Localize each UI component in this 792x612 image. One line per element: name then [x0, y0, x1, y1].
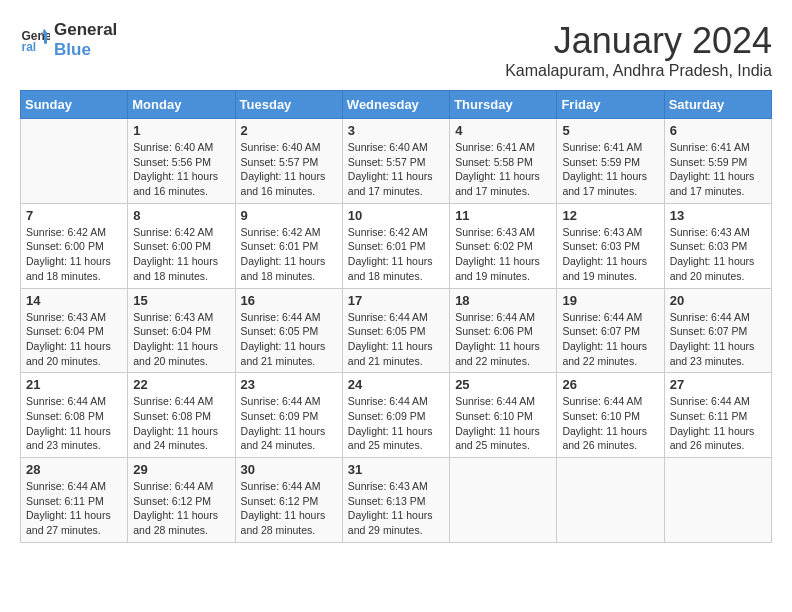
- day-number: 30: [241, 462, 337, 477]
- day-info: Sunrise: 6:44 AMSunset: 6:06 PMDaylight:…: [455, 310, 551, 369]
- logo: Gene ral General Blue: [20, 20, 117, 61]
- month-title: January 2024: [505, 20, 772, 62]
- day-number: 4: [455, 123, 551, 138]
- calendar-cell: 9Sunrise: 6:42 AMSunset: 6:01 PMDaylight…: [235, 203, 342, 288]
- calendar-cell: 10Sunrise: 6:42 AMSunset: 6:01 PMDayligh…: [342, 203, 449, 288]
- day-info: Sunrise: 6:44 AMSunset: 6:05 PMDaylight:…: [241, 310, 337, 369]
- day-number: 20: [670, 293, 766, 308]
- day-info: Sunrise: 6:43 AMSunset: 6:04 PMDaylight:…: [133, 310, 229, 369]
- calendar-week-row: 28Sunrise: 6:44 AMSunset: 6:11 PMDayligh…: [21, 458, 772, 543]
- calendar-cell: 25Sunrise: 6:44 AMSunset: 6:10 PMDayligh…: [450, 373, 557, 458]
- calendar-cell: 7Sunrise: 6:42 AMSunset: 6:00 PMDaylight…: [21, 203, 128, 288]
- day-number: 13: [670, 208, 766, 223]
- day-number: 3: [348, 123, 444, 138]
- day-number: 10: [348, 208, 444, 223]
- day-number: 11: [455, 208, 551, 223]
- day-number: 23: [241, 377, 337, 392]
- day-info: Sunrise: 6:43 AMSunset: 6:02 PMDaylight:…: [455, 225, 551, 284]
- calendar-cell: 26Sunrise: 6:44 AMSunset: 6:10 PMDayligh…: [557, 373, 664, 458]
- calendar-cell: [21, 119, 128, 204]
- calendar-week-row: 7Sunrise: 6:42 AMSunset: 6:00 PMDaylight…: [21, 203, 772, 288]
- calendar-cell: 19Sunrise: 6:44 AMSunset: 6:07 PMDayligh…: [557, 288, 664, 373]
- calendar-week-row: 14Sunrise: 6:43 AMSunset: 6:04 PMDayligh…: [21, 288, 772, 373]
- title-area: January 2024 Kamalapuram, Andhra Pradesh…: [505, 20, 772, 80]
- calendar-cell: [450, 458, 557, 543]
- day-number: 16: [241, 293, 337, 308]
- day-info: Sunrise: 6:41 AMSunset: 5:58 PMDaylight:…: [455, 140, 551, 199]
- day-info: Sunrise: 6:44 AMSunset: 6:07 PMDaylight:…: [670, 310, 766, 369]
- day-header-tuesday: Tuesday: [235, 91, 342, 119]
- day-number: 12: [562, 208, 658, 223]
- day-info: Sunrise: 6:44 AMSunset: 6:05 PMDaylight:…: [348, 310, 444, 369]
- day-header-thursday: Thursday: [450, 91, 557, 119]
- calendar-cell: 20Sunrise: 6:44 AMSunset: 6:07 PMDayligh…: [664, 288, 771, 373]
- day-info: Sunrise: 6:42 AMSunset: 6:00 PMDaylight:…: [26, 225, 122, 284]
- calendar-cell: 16Sunrise: 6:44 AMSunset: 6:05 PMDayligh…: [235, 288, 342, 373]
- calendar-cell: 1Sunrise: 6:40 AMSunset: 5:56 PMDaylight…: [128, 119, 235, 204]
- calendar-cell: 11Sunrise: 6:43 AMSunset: 6:02 PMDayligh…: [450, 203, 557, 288]
- calendar-cell: 31Sunrise: 6:43 AMSunset: 6:13 PMDayligh…: [342, 458, 449, 543]
- day-info: Sunrise: 6:42 AMSunset: 6:01 PMDaylight:…: [348, 225, 444, 284]
- calendar-cell: 12Sunrise: 6:43 AMSunset: 6:03 PMDayligh…: [557, 203, 664, 288]
- day-number: 17: [348, 293, 444, 308]
- logo-text-line1: General: [54, 20, 117, 40]
- day-number: 27: [670, 377, 766, 392]
- day-number: 2: [241, 123, 337, 138]
- day-info: Sunrise: 6:40 AMSunset: 5:57 PMDaylight:…: [348, 140, 444, 199]
- day-info: Sunrise: 6:44 AMSunset: 6:12 PMDaylight:…: [133, 479, 229, 538]
- calendar-cell: [557, 458, 664, 543]
- location-subtitle: Kamalapuram, Andhra Pradesh, India: [505, 62, 772, 80]
- day-info: Sunrise: 6:41 AMSunset: 5:59 PMDaylight:…: [670, 140, 766, 199]
- calendar-header-row: SundayMondayTuesdayWednesdayThursdayFrid…: [21, 91, 772, 119]
- calendar-cell: 30Sunrise: 6:44 AMSunset: 6:12 PMDayligh…: [235, 458, 342, 543]
- calendar-cell: 8Sunrise: 6:42 AMSunset: 6:00 PMDaylight…: [128, 203, 235, 288]
- calendar-week-row: 1Sunrise: 6:40 AMSunset: 5:56 PMDaylight…: [21, 119, 772, 204]
- calendar-cell: 5Sunrise: 6:41 AMSunset: 5:59 PMDaylight…: [557, 119, 664, 204]
- day-header-sunday: Sunday: [21, 91, 128, 119]
- day-number: 6: [670, 123, 766, 138]
- day-number: 24: [348, 377, 444, 392]
- day-number: 5: [562, 123, 658, 138]
- calendar-cell: 23Sunrise: 6:44 AMSunset: 6:09 PMDayligh…: [235, 373, 342, 458]
- day-number: 31: [348, 462, 444, 477]
- calendar-cell: 17Sunrise: 6:44 AMSunset: 6:05 PMDayligh…: [342, 288, 449, 373]
- day-header-monday: Monday: [128, 91, 235, 119]
- day-info: Sunrise: 6:44 AMSunset: 6:08 PMDaylight:…: [133, 394, 229, 453]
- day-info: Sunrise: 6:40 AMSunset: 5:57 PMDaylight:…: [241, 140, 337, 199]
- logo-text-line2: Blue: [54, 40, 117, 60]
- day-info: Sunrise: 6:40 AMSunset: 5:56 PMDaylight:…: [133, 140, 229, 199]
- calendar-cell: 15Sunrise: 6:43 AMSunset: 6:04 PMDayligh…: [128, 288, 235, 373]
- day-info: Sunrise: 6:44 AMSunset: 6:12 PMDaylight:…: [241, 479, 337, 538]
- day-header-wednesday: Wednesday: [342, 91, 449, 119]
- calendar-cell: 2Sunrise: 6:40 AMSunset: 5:57 PMDaylight…: [235, 119, 342, 204]
- day-info: Sunrise: 6:43 AMSunset: 6:04 PMDaylight:…: [26, 310, 122, 369]
- day-info: Sunrise: 6:43 AMSunset: 6:03 PMDaylight:…: [562, 225, 658, 284]
- day-info: Sunrise: 6:43 AMSunset: 6:03 PMDaylight:…: [670, 225, 766, 284]
- day-number: 26: [562, 377, 658, 392]
- day-info: Sunrise: 6:42 AMSunset: 6:01 PMDaylight:…: [241, 225, 337, 284]
- calendar-cell: 18Sunrise: 6:44 AMSunset: 6:06 PMDayligh…: [450, 288, 557, 373]
- day-number: 21: [26, 377, 122, 392]
- day-number: 15: [133, 293, 229, 308]
- day-info: Sunrise: 6:44 AMSunset: 6:10 PMDaylight:…: [562, 394, 658, 453]
- calendar-cell: 21Sunrise: 6:44 AMSunset: 6:08 PMDayligh…: [21, 373, 128, 458]
- calendar-cell: 24Sunrise: 6:44 AMSunset: 6:09 PMDayligh…: [342, 373, 449, 458]
- calendar-cell: 28Sunrise: 6:44 AMSunset: 6:11 PMDayligh…: [21, 458, 128, 543]
- calendar-body: 1Sunrise: 6:40 AMSunset: 5:56 PMDaylight…: [21, 119, 772, 543]
- day-number: 28: [26, 462, 122, 477]
- calendar-week-row: 21Sunrise: 6:44 AMSunset: 6:08 PMDayligh…: [21, 373, 772, 458]
- day-number: 14: [26, 293, 122, 308]
- day-header-saturday: Saturday: [664, 91, 771, 119]
- day-info: Sunrise: 6:44 AMSunset: 6:09 PMDaylight:…: [348, 394, 444, 453]
- day-info: Sunrise: 6:44 AMSunset: 6:10 PMDaylight:…: [455, 394, 551, 453]
- svg-text:ral: ral: [22, 41, 37, 55]
- day-info: Sunrise: 6:44 AMSunset: 6:11 PMDaylight:…: [670, 394, 766, 453]
- day-number: 18: [455, 293, 551, 308]
- calendar-cell: 3Sunrise: 6:40 AMSunset: 5:57 PMDaylight…: [342, 119, 449, 204]
- day-info: Sunrise: 6:42 AMSunset: 6:00 PMDaylight:…: [133, 225, 229, 284]
- calendar-cell: 6Sunrise: 6:41 AMSunset: 5:59 PMDaylight…: [664, 119, 771, 204]
- day-number: 1: [133, 123, 229, 138]
- day-number: 19: [562, 293, 658, 308]
- calendar-table: SundayMondayTuesdayWednesdayThursdayFrid…: [20, 90, 772, 543]
- calendar-cell: 27Sunrise: 6:44 AMSunset: 6:11 PMDayligh…: [664, 373, 771, 458]
